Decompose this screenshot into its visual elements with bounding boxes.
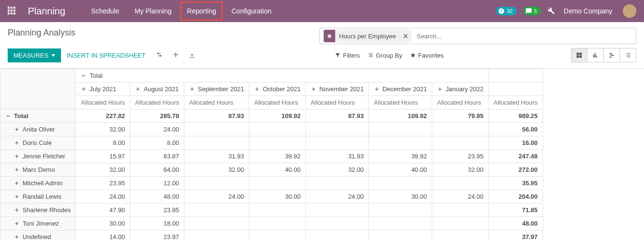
- search-input[interactable]: [413, 33, 636, 40]
- pivot-cell: 24.00: [432, 190, 488, 204]
- graph-view-button[interactable]: [587, 48, 604, 62]
- pivot-cell: [369, 136, 432, 150]
- search-facet-label: Hours per Employee: [335, 33, 400, 40]
- nav-item-reporting[interactable]: Reporting: [180, 1, 223, 21]
- expand-icon[interactable]: +: [135, 85, 141, 93]
- grand-total-spacer2: [488, 83, 543, 96]
- pivot-cell: 8.00: [76, 136, 130, 150]
- row-header[interactable]: +Undefined: [0, 230, 76, 240]
- pivot-cell: [305, 177, 369, 190]
- col-header[interactable]: +December 2021: [369, 83, 432, 96]
- pivot-cell: [432, 230, 488, 240]
- nav-item-configuration[interactable]: Configuration: [225, 1, 278, 21]
- expand-icon[interactable]: +: [14, 166, 20, 173]
- measures-label: MEASURES: [13, 52, 49, 59]
- collapse-icon[interactable]: −: [5, 112, 11, 120]
- collapse-icon[interactable]: −: [81, 72, 86, 79]
- row-header[interactable]: +Toni Jimenez: [0, 217, 76, 230]
- pivot-cell: [249, 204, 306, 217]
- user-avatar[interactable]: [623, 4, 636, 18]
- list-view-button[interactable]: [620, 48, 636, 62]
- pivot-cell: 24.00: [130, 123, 184, 136]
- pivot-row-total: 37.97: [488, 230, 543, 240]
- row-header[interactable]: +Jennie Fletcher: [0, 150, 76, 163]
- expand-icon[interactable]: +: [254, 85, 260, 93]
- row-header[interactable]: +Sharlene Rhodes: [0, 204, 76, 217]
- expand-icon[interactable]: +: [14, 206, 20, 214]
- row-header[interactable]: +Doris Cole: [0, 136, 76, 150]
- gantt-view-button[interactable]: [604, 48, 620, 62]
- timer-badge[interactable]: 32: [496, 7, 516, 15]
- pivot-cell: [249, 217, 306, 230]
- pivot-row-total: 71.85: [488, 204, 543, 217]
- pivot-cell: [184, 136, 249, 150]
- col-header[interactable]: +November 2021: [305, 83, 369, 96]
- groupby-button[interactable]: Group By: [368, 52, 402, 59]
- expand-icon[interactable]: +: [14, 153, 20, 160]
- timer-badge-count: 32: [507, 8, 512, 14]
- chat-badge-count: 5: [534, 8, 537, 14]
- row-header[interactable]: +Randall Lewis: [0, 190, 76, 204]
- nav-item-schedule[interactable]: Schedule: [85, 1, 126, 21]
- expand-icon[interactable]: +: [14, 233, 20, 240]
- company-name[interactable]: Demo Company: [564, 7, 612, 15]
- nav-menu: ScheduleMy PlanningReportingConfiguratio…: [85, 1, 278, 21]
- col-header[interactable]: +September 2021: [184, 83, 249, 96]
- expand-icon[interactable]: +: [14, 193, 20, 200]
- search-area[interactable]: Hours per Employee ✕: [319, 28, 636, 44]
- pivot-cell: 23.95: [432, 150, 488, 163]
- row-header[interactable]: +Mitchell Admin: [0, 177, 76, 190]
- pivot-cell: [184, 204, 249, 217]
- pivot-cell: 48.00: [130, 190, 184, 204]
- pivot-cell: [432, 136, 488, 150]
- pivot-cell: [184, 230, 249, 240]
- expand-icon[interactable]: +: [14, 180, 20, 187]
- pivot-row-total: 272.00: [488, 163, 543, 177]
- pivot-cell: [432, 123, 488, 136]
- col-header[interactable]: +July 2021: [76, 83, 130, 96]
- pivot-cell: 14.00: [76, 230, 130, 240]
- pivot-cell: [249, 177, 306, 190]
- expand-all-button[interactable]: [168, 48, 184, 62]
- col-header[interactable]: +August 2021: [130, 83, 184, 96]
- pivot-cell: 18.00: [130, 217, 184, 230]
- row-header[interactable]: +Anita Oliver: [0, 123, 76, 136]
- pivot-table: −Total+July 2021+August 2021+September 2…: [0, 69, 543, 240]
- pivot-cell: [184, 177, 249, 190]
- pivot-table-wrap: −Total+July 2021+August 2021+September 2…: [0, 69, 644, 240]
- nav-item-my-planning[interactable]: My Planning: [128, 1, 178, 21]
- expand-icon[interactable]: +: [374, 85, 379, 93]
- expand-icon[interactable]: +: [81, 85, 86, 93]
- expand-icon[interactable]: +: [14, 220, 20, 227]
- row-header[interactable]: +Marc Demo: [0, 163, 76, 177]
- apps-icon[interactable]: [8, 7, 16, 15]
- flip-axis-button[interactable]: [151, 48, 168, 62]
- chat-badge[interactable]: 5: [523, 7, 541, 15]
- pivot-view-button[interactable]: [571, 48, 587, 62]
- insert-spreadsheet-button[interactable]: INSERT IN SPREADSHEET: [61, 48, 151, 62]
- pivot-cell: [369, 217, 432, 230]
- expand-icon[interactable]: +: [311, 85, 316, 93]
- pivot-cell: 87.93: [305, 109, 369, 123]
- expand-icon[interactable]: +: [189, 85, 195, 93]
- main-navbar: Planning ScheduleMy PlanningReportingCon…: [0, 0, 644, 22]
- favorites-button[interactable]: Favorites: [410, 52, 444, 59]
- filters-button[interactable]: Filters: [335, 52, 360, 59]
- col-header[interactable]: +October 2021: [249, 83, 306, 96]
- download-button[interactable]: [184, 48, 200, 62]
- grand-total-spacer: [488, 69, 543, 83]
- expand-icon[interactable]: +: [14, 139, 20, 146]
- pivot-cell: [249, 230, 306, 240]
- pivot-cell: [369, 123, 432, 136]
- measure-header: Allocated Hours: [130, 96, 184, 109]
- expand-icon[interactable]: +: [437, 85, 443, 93]
- settings-icon[interactable]: [547, 7, 555, 15]
- col-total-header[interactable]: −Total: [76, 69, 488, 83]
- expand-icon[interactable]: +: [14, 126, 20, 133]
- pivot-cell: 32.00: [76, 123, 130, 136]
- facet-close-icon[interactable]: ✕: [400, 33, 411, 40]
- app-brand: Planning: [28, 6, 65, 17]
- measures-button[interactable]: MEASURES: [8, 48, 61, 62]
- row-total-header[interactable]: −Total: [0, 109, 76, 123]
- col-header[interactable]: +January 2022: [432, 83, 488, 96]
